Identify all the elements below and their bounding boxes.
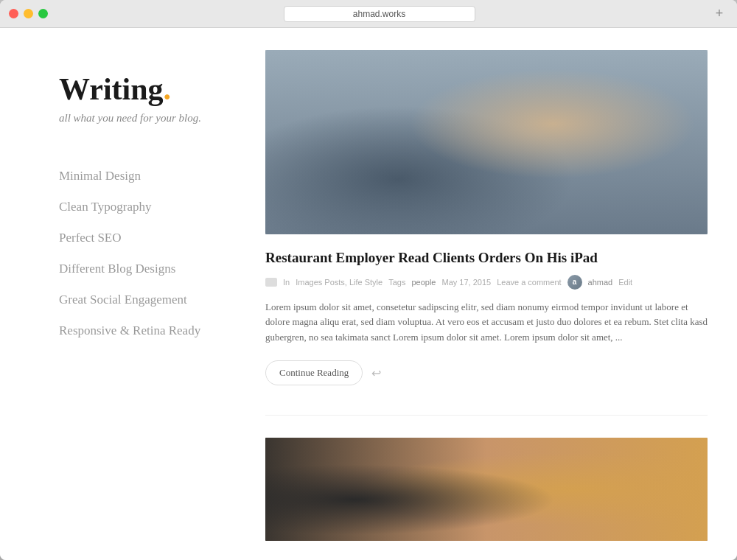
svg-line-45 (347, 477, 354, 522)
browser-window: ahmad.works + Writing. all what you need… (0, 0, 737, 560)
post-card-1: Restaurant Employer Read Clients Orders … (265, 50, 708, 385)
svg-rect-30 (635, 146, 676, 198)
svg-line-44 (342, 477, 348, 514)
feature-perfect-seo: Perfect SEO (59, 231, 236, 245)
sidebar: Writing. all what you need for your blog… (0, 28, 265, 560)
svg-rect-6 (338, 70, 346, 106)
svg-point-17 (402, 168, 450, 181)
svg-rect-0 (265, 50, 708, 234)
svg-rect-4 (571, 62, 676, 122)
svg-rect-11 (490, 62, 498, 106)
svg-rect-19 (406, 121, 447, 127)
svg-rect-9 (458, 60, 467, 106)
svg-rect-40 (338, 449, 357, 477)
browser-titlebar: ahmad.works + (0, 0, 737, 28)
maximize-button[interactable] (38, 9, 48, 18)
share-icon[interactable]: ↩ (371, 366, 381, 380)
svg-rect-12 (587, 70, 596, 106)
svg-rect-7 (354, 64, 363, 106)
svg-rect-18 (423, 122, 430, 175)
svg-rect-21 (537, 66, 589, 82)
svg-rect-32 (265, 438, 426, 541)
svg-point-43 (299, 453, 396, 533)
post-card-2 (265, 438, 708, 541)
post-1-categories: Images Posts, Life Style (296, 278, 383, 287)
svg-rect-10 (475, 64, 484, 106)
site-title: Writing. (59, 72, 236, 106)
feature-different-blog-designs: Different Blog Designs (59, 262, 236, 276)
post-1-tag: people (411, 278, 436, 287)
continue-reading-button[interactable]: Continue Reading (265, 360, 363, 385)
svg-point-42 (335, 473, 360, 489)
feature-minimal-design: Minimal Design (59, 169, 236, 183)
svg-rect-25 (534, 118, 607, 234)
svg-rect-13 (601, 66, 609, 106)
post-1-tags-label: Tags (388, 278, 405, 287)
svg-rect-31 (638, 149, 673, 196)
svg-point-20 (534, 57, 590, 122)
post-divider (265, 415, 708, 416)
svg-rect-22 (542, 82, 562, 94)
post-1-in-label: In (283, 278, 290, 287)
post-image-1 (265, 50, 708, 234)
svg-rect-28 (570, 108, 583, 188)
svg-rect-3 (426, 54, 555, 126)
feature-clean-typography: Clean Typography (59, 200, 236, 214)
svg-rect-1 (265, 50, 708, 186)
site-subtitle: all what you need for your blog. (59, 112, 236, 125)
post-1-edit[interactable]: Edit (618, 278, 632, 287)
site-title-text: Writing (59, 72, 164, 106)
svg-rect-14 (615, 70, 624, 106)
svg-rect-33 (265, 438, 426, 541)
svg-rect-47 (426, 438, 708, 541)
svg-line-52 (426, 520, 708, 523)
features-list: Minimal Design Clean Typography Perfect … (59, 169, 236, 338)
svg-rect-24 (523, 122, 619, 234)
page-content: Writing. all what you need for your blog… (0, 28, 737, 560)
author-avatar: a (567, 275, 582, 290)
feature-great-social-engagement: Great Social Engagement (59, 293, 236, 307)
main-content: Restaurant Employer Read Clients Orders … (265, 28, 737, 560)
svg-rect-15 (265, 186, 708, 234)
post-image-1-container (265, 50, 708, 234)
post-1-meta: In Images Posts, Life Style Tags people … (265, 275, 708, 290)
svg-rect-2 (306, 57, 402, 122)
category-icon (265, 278, 277, 287)
svg-rect-5 (321, 66, 331, 106)
post-image-2 (265, 438, 708, 541)
svg-rect-8 (442, 62, 453, 106)
svg-line-53 (426, 533, 708, 537)
post-1-author: ahmad (588, 278, 613, 287)
close-button[interactable] (9, 9, 18, 18)
post-1-comment[interactable]: Leave a comment (497, 278, 561, 287)
post-1-excerpt: Lorem ipsum dolor sit amet, consetetur s… (265, 300, 708, 346)
svg-line-49 (426, 467, 708, 469)
svg-rect-26 (555, 110, 591, 126)
post-1-title: Restaurant Employer Read Clients Orders … (265, 249, 708, 267)
new-tab-button[interactable]: + (710, 6, 728, 21)
url-input[interactable]: ahmad.works (284, 6, 475, 22)
svg-rect-23 (569, 82, 589, 94)
minimize-button[interactable] (24, 9, 33, 18)
post-1-date: May 17, 2015 (441, 278, 491, 287)
address-bar: ahmad.works (48, 6, 710, 22)
post-image-2-container (265, 438, 708, 541)
svg-line-50 (426, 486, 708, 488)
svg-line-48 (426, 445, 708, 449)
svg-rect-41 (336, 473, 360, 480)
post-1-actions: Continue Reading ↩ (265, 360, 708, 385)
svg-rect-54 (426, 530, 708, 541)
svg-rect-29 (619, 154, 667, 182)
svg-rect-16 (265, 183, 708, 192)
svg-line-46 (334, 477, 348, 530)
browser-controls (9, 9, 48, 18)
title-dot: . (164, 72, 172, 106)
svg-rect-27 (551, 107, 564, 187)
svg-line-51 (426, 497, 708, 501)
feature-responsive-retina: Responsive & Retina Ready (59, 323, 236, 338)
